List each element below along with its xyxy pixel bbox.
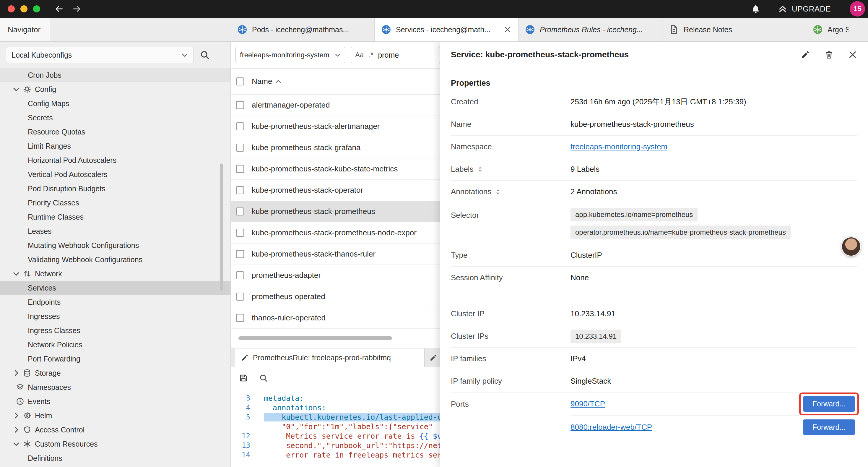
tab-release-notes[interactable]: Release Notes: [662, 18, 806, 41]
sidebar-item-mutating-webhook-configurations[interactable]: Mutating Webhook Configurations: [0, 238, 230, 253]
unfold-icon[interactable]: [494, 188, 501, 195]
sidebar-item-endpoints[interactable]: Endpoints: [0, 295, 230, 309]
sidebar-item-limit-ranges[interactable]: Limit Ranges: [0, 139, 230, 153]
table-row[interactable]: kube-prometheus-stack-grafana: [231, 137, 440, 158]
back-icon[interactable]: [54, 4, 64, 13]
tab-prometheus-rules[interactable]: Prometheus Rules - icecheng...: [519, 18, 662, 41]
minimize-window-button[interactable]: [20, 5, 28, 12]
sidebar-scrollbar[interactable]: [220, 164, 223, 291]
row-checkbox[interactable]: [236, 101, 244, 109]
close-tab-icon[interactable]: [503, 25, 512, 34]
sidebar-item-resource-quotas[interactable]: Resource Quotas: [0, 125, 230, 139]
regex-toggle[interactable]: .*: [368, 51, 373, 59]
sidebar-group-network[interactable]: Network: [0, 267, 230, 281]
table-row[interactable]: kube-prometheus-stack-operator: [231, 180, 440, 201]
trash-icon[interactable]: [824, 50, 834, 59]
namespace-link[interactable]: freeleaps-monitoring-system: [570, 142, 668, 151]
table-row[interactable]: kube-prometheus-stack-alertmanager: [231, 116, 440, 137]
table-row[interactable]: kube-prometheus-stack-kube-state-metrics: [231, 158, 440, 180]
sidebar-item-runtime-classes[interactable]: Runtime Classes: [0, 210, 230, 224]
row-checkbox[interactable]: [236, 314, 244, 322]
row-checkbox[interactable]: [236, 144, 244, 152]
sidebar-item-namespaces[interactable]: Namespaces: [0, 380, 230, 394]
table-row[interactable]: thanos-ruler-operated: [231, 308, 440, 329]
table-row[interactable]: prometheus-operated: [231, 286, 440, 308]
sidebar-group-config[interactable]: Config: [0, 82, 230, 96]
maximize-window-button[interactable]: [33, 5, 40, 12]
match-case-toggle[interactable]: Aa: [355, 51, 364, 59]
table-row-selected[interactable]: kube-prometheus-stack-prometheus: [231, 201, 440, 222]
clock-icon: [16, 397, 24, 406]
row-checkbox[interactable]: [236, 250, 244, 258]
tab-pods[interactable]: Pods - icecheng@mathmas...: [231, 18, 375, 41]
table-row[interactable]: prometheus-adapter: [231, 265, 440, 286]
port-link[interactable]: 8080:reloader-web/TCP: [570, 423, 652, 432]
tab-services[interactable]: Services - icecheng@math...: [375, 18, 519, 41]
edit-icon[interactable]: [801, 50, 810, 59]
row-checkbox[interactable]: [236, 293, 244, 300]
navigator-sidebar: Local Kubeconfigs Cron Jobs Config Confi…: [0, 42, 231, 467]
sidebar-item-ingresses[interactable]: Ingresses: [0, 309, 230, 323]
sidebar-group-storage[interactable]: Storage: [0, 366, 230, 380]
sidebar-item-events[interactable]: Events: [0, 394, 230, 408]
sidebar-item-pod-disruption-budgets[interactable]: Pod Disruption Budgets: [0, 181, 230, 196]
row-checkbox[interactable]: [236, 122, 244, 130]
sidebar-item-leases[interactable]: Leases: [0, 224, 230, 238]
gear-icon: [23, 85, 31, 93]
row-checkbox[interactable]: [236, 229, 244, 237]
sidebar-item-ingress-classes[interactable]: Ingress Classes: [0, 323, 230, 338]
sidebar-group-custom-resources[interactable]: Custom Resources: [0, 437, 230, 451]
sidebar-item-secrets[interactable]: Secrets: [0, 111, 230, 125]
sidebar-item-horizontal-pod-autoscalers[interactable]: Horizontal Pod Autoscalers: [0, 153, 230, 167]
sidebar-item-validating-webhook-configurations[interactable]: Validating Webhook Configurations: [0, 253, 230, 267]
namespace-filter-select[interactable]: freeleaps-monitoring-system: [236, 47, 345, 63]
sidebar-item-port-forwarding[interactable]: Port Forwarding: [0, 352, 230, 366]
sidebar-item-vertical-pod-autoscalers[interactable]: Vertical Pod Autoscalers: [0, 167, 230, 181]
close-window-button[interactable]: [8, 5, 15, 12]
scrollbar-thumb[interactable]: [239, 337, 392, 340]
navigator-tab[interactable]: Navigator: [0, 18, 50, 41]
horizontal-scrollbar[interactable]: [235, 337, 440, 340]
close-icon[interactable]: [848, 50, 857, 59]
upgrade-button[interactable]: UPGRADE: [778, 4, 831, 14]
yaml-editor[interactable]: 3metadata: 4annotations: 5kubectl.kubern…: [231, 389, 440, 467]
dock-tab-partial[interactable]: [425, 348, 440, 367]
unfold-icon[interactable]: [476, 166, 484, 173]
table-row[interactable]: alertmanager-operated: [231, 95, 440, 116]
sidebar-item-config-maps[interactable]: Config Maps: [0, 96, 230, 111]
row-checkbox[interactable]: [236, 271, 244, 279]
forward-button[interactable]: Forward...: [803, 396, 855, 412]
forward-icon[interactable]: [72, 4, 82, 13]
search-icon[interactable]: [259, 374, 268, 382]
database-icon: [23, 369, 31, 377]
bell-icon[interactable]: [751, 4, 761, 13]
sidebar-group-access-control[interactable]: Access Control: [0, 423, 230, 437]
tab-argo[interactable]: Argo Se: [806, 18, 855, 41]
search-icon[interactable]: [200, 50, 210, 60]
search-input[interactable]: [378, 51, 422, 59]
sidebar-item-priority-classes[interactable]: Priority Classes: [0, 196, 230, 210]
kubeconfig-selector[interactable]: Local Kubeconfigs: [6, 47, 194, 63]
dock-tab-prometheusrule[interactable]: PrometheusRule: freeleaps-prod-rabbitmq: [235, 348, 425, 367]
select-all-checkbox[interactable]: [236, 78, 244, 85]
webcam-avatar[interactable]: [841, 237, 861, 256]
sidebar-item-services[interactable]: Services: [0, 281, 230, 295]
property-row-created: Created 253d 16h 6m ago (2025年1月13日 GMT+…: [451, 91, 857, 113]
table-row[interactable]: kube-prometheus-stack-prometheus-node-ex…: [231, 222, 440, 243]
sidebar-group-helm[interactable]: Helm: [0, 408, 230, 423]
service-details-drawer: Service: kube-prometheus-stack-prometheu…: [440, 42, 868, 467]
sidebar-item-definitions[interactable]: Definitions: [0, 451, 230, 465]
row-checkbox[interactable]: [236, 165, 244, 173]
notification-count-badge[interactable]: 15: [850, 1, 865, 17]
save-icon[interactable]: [239, 374, 248, 382]
sidebar-item-cron-jobs[interactable]: Cron Jobs: [0, 68, 230, 82]
name-column-header[interactable]: Name: [252, 77, 282, 86]
table-row[interactable]: kube-prometheus-stack-thanos-ruler: [231, 243, 440, 265]
row-checkbox[interactable]: [236, 186, 244, 194]
row-checkbox[interactable]: [236, 207, 244, 215]
list-toolbar: freeleaps-monitoring-system Aa .*: [231, 42, 440, 68]
forward-button[interactable]: Forward...: [803, 419, 855, 435]
sidebar-item-network-policies[interactable]: Network Policies: [0, 338, 230, 352]
port-link[interactable]: 9090/TCP: [570, 399, 605, 408]
upgrade-label: UPGRADE: [792, 4, 831, 13]
